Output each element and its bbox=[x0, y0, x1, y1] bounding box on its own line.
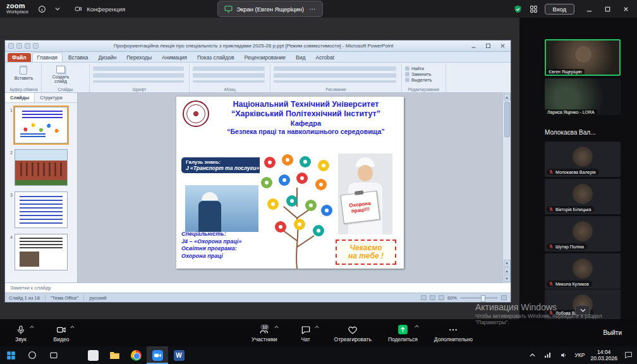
slide-4-thumbnail[interactable] bbox=[15, 234, 68, 270]
slide-thumbnail-row[interactable]: 1 bbox=[8, 107, 75, 143]
zoom-slider[interactable] bbox=[460, 297, 498, 299]
taskbar-app-word[interactable]: W bbox=[168, 346, 190, 364]
ribbon-group-font[interactable]: Шрифт bbox=[90, 64, 190, 92]
search-button[interactable] bbox=[21, 346, 43, 364]
participants-button[interactable]: 10 Участники bbox=[252, 324, 277, 343]
panel-tab-outline[interactable]: Структура bbox=[35, 93, 68, 102]
tray-chevron-up-icon[interactable] bbox=[527, 348, 537, 363]
scroll-down-icon[interactable]: ▼ bbox=[504, 260, 511, 267]
slide-thumbnail-row[interactable]: 2 bbox=[8, 149, 75, 186]
info-icon[interactable] bbox=[37, 3, 47, 15]
audio-button[interactable]: Звук bbox=[9, 324, 33, 343]
ribbon-tab-review[interactable]: Рецензирование bbox=[240, 53, 290, 62]
new-slide-button[interactable]: Создать слайд bbox=[45, 65, 76, 84]
leave-meeting-button[interactable]: Выйти bbox=[603, 329, 637, 336]
select-icon bbox=[405, 78, 410, 82]
share-screen-button[interactable]: Поделиться bbox=[388, 323, 418, 343]
maximize-icon[interactable] bbox=[602, 3, 612, 15]
select-button[interactable]: Выделить bbox=[405, 78, 432, 82]
paste-button[interactable]: Вставить bbox=[13, 65, 35, 81]
taskbar-app-zoom[interactable] bbox=[147, 346, 168, 364]
scrollbar-thumb[interactable] bbox=[504, 102, 510, 137]
network-icon[interactable] bbox=[543, 348, 553, 363]
find-button[interactable]: Найти bbox=[405, 66, 432, 71]
react-button[interactable]: Отреагировать bbox=[334, 324, 372, 343]
zoom-app-window: zoom Workplace Конференция Экран (Евген … bbox=[0, 0, 637, 364]
audio-options-chevron-icon[interactable] bbox=[30, 325, 34, 329]
editor-scrollbar[interactable]: ▲ ▼ ▲ ▼ bbox=[502, 93, 511, 282]
chevron-down-icon[interactable] bbox=[52, 3, 63, 15]
next-slide-icon[interactable]: ▼ bbox=[504, 275, 511, 282]
ppt-minimize-icon[interactable] bbox=[468, 40, 478, 52]
participants-label: Участники bbox=[252, 336, 277, 343]
participant-name-row: Молокаєва Валерія bbox=[547, 169, 599, 175]
tab-shared-screen[interactable]: Экран (Евген Ящеріцин) bbox=[217, 1, 323, 17]
video-button[interactable]: Видео bbox=[49, 324, 73, 343]
slide-sorter-icon[interactable] bbox=[430, 295, 435, 300]
speaker-icon[interactable] bbox=[559, 348, 569, 363]
chat-chevron-icon[interactable] bbox=[315, 325, 319, 329]
action-center-icon[interactable] bbox=[623, 348, 633, 363]
login-button[interactable]: Вход bbox=[545, 4, 575, 15]
chat-button[interactable]: Чат bbox=[294, 324, 318, 343]
ribbon-group-drawing[interactable]: Рисование bbox=[270, 64, 402, 92]
redo-icon[interactable] bbox=[33, 43, 39, 49]
participant-video-tile[interactable]: Молокаєва Валерія bbox=[545, 142, 621, 177]
slide-thumbnail-row[interactable]: 4 bbox=[8, 234, 75, 270]
current-slide[interactable]: Національний Технічний Університет “Харк… bbox=[176, 97, 404, 269]
previous-slide-icon[interactable]: ▲ bbox=[504, 267, 511, 274]
taskbar-app-generic[interactable] bbox=[82, 346, 104, 364]
slide-3-thumbnail[interactable] bbox=[15, 191, 68, 228]
fit-to-window-icon[interactable] bbox=[501, 295, 507, 300]
ribbon-tab-transitions[interactable]: Переходы bbox=[122, 53, 156, 62]
panel-tab-slides[interactable]: Слайды bbox=[5, 93, 35, 102]
tab-more-icon[interactable] bbox=[307, 3, 317, 15]
participant-video-tile[interactable]: Шутар Поліна bbox=[545, 216, 621, 252]
more-button[interactable]: Дополнительно bbox=[434, 324, 473, 343]
notes-area[interactable]: Заметки к слайду bbox=[5, 282, 511, 293]
close-icon[interactable] bbox=[621, 3, 631, 15]
video-options-chevron-icon[interactable] bbox=[70, 325, 75, 329]
scroll-up-icon[interactable]: ▲ bbox=[504, 94, 511, 100]
ribbon-tab-slideshow[interactable]: Показ слайдов bbox=[193, 53, 239, 62]
ppt-maximize-icon[interactable] bbox=[483, 40, 493, 52]
slide-1-thumbnail[interactable] bbox=[15, 107, 68, 143]
ribbon-tab-design[interactable]: Дизайн bbox=[94, 53, 121, 62]
taskbar-clock[interactable]: 14:04 20.03.2026 bbox=[590, 349, 617, 361]
apps-grid-icon[interactable] bbox=[529, 3, 539, 15]
speaker-video-tile[interactable]: Євген Ящеріцин bbox=[545, 39, 621, 76]
ribbon-tab-acrobat[interactable]: Acrobat bbox=[311, 53, 338, 62]
scroll-participants-button[interactable] bbox=[575, 305, 590, 315]
workplace-logo-text: Workplace bbox=[6, 9, 28, 15]
security-shield-icon[interactable] bbox=[513, 3, 523, 15]
participants-chevron-icon[interactable] bbox=[274, 325, 279, 329]
slide-2-thumbnail[interactable] bbox=[15, 149, 68, 186]
ribbon-tab-home[interactable]: Главная bbox=[32, 52, 63, 62]
muted-mic-icon bbox=[549, 310, 554, 315]
ribbon-tab-view[interactable]: Вид bbox=[291, 53, 310, 62]
participant-video-tile[interactable]: Микола Куликов bbox=[545, 253, 621, 289]
slideshow-view-icon[interactable] bbox=[439, 295, 444, 300]
speaker-name-label: Євген Ящеріцин bbox=[546, 69, 585, 75]
ribbon-tab-insert[interactable]: Вставка bbox=[64, 53, 93, 62]
save-icon[interactable] bbox=[16, 43, 22, 49]
start-button[interactable] bbox=[0, 346, 21, 364]
ribbon-group-paragraph[interactable]: Абзац bbox=[190, 64, 270, 92]
taskbar-app-chrome[interactable] bbox=[125, 346, 147, 364]
ribbon-tab-animations[interactable]: Анимация bbox=[157, 53, 191, 62]
task-view-button[interactable] bbox=[43, 346, 64, 364]
slide-thumbnail-row[interactable]: 3 bbox=[8, 191, 75, 228]
undo-icon[interactable] bbox=[25, 43, 30, 49]
participant-video-tile[interactable]: Вікторія Білицька bbox=[545, 179, 621, 214]
participant-video-tile[interactable]: Лариса Яценко - LORA bbox=[545, 78, 621, 115]
ppt-close-icon[interactable] bbox=[497, 40, 507, 52]
ribbon-tab-file[interactable]: Файл bbox=[8, 53, 31, 62]
language-indicator[interactable]: УКР bbox=[574, 352, 585, 358]
minimize-icon[interactable] bbox=[584, 3, 594, 15]
share-chevron-icon[interactable] bbox=[415, 325, 419, 328]
tab-meeting[interactable]: Конференция bbox=[68, 1, 130, 16]
taskbar-app-explorer[interactable] bbox=[104, 346, 125, 364]
replace-button[interactable]: Заменить bbox=[405, 72, 432, 76]
participants-count-badge: 10 bbox=[260, 324, 269, 330]
normal-view-icon[interactable] bbox=[421, 295, 427, 300]
